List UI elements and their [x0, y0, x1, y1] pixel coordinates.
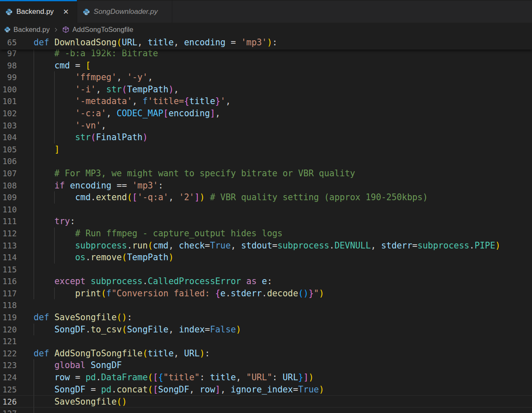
line-number: 103	[0, 120, 17, 132]
line-content: global SongDF	[34, 359, 122, 371]
code-line[interactable]: 109 cmd.extend(['-q:a', '2']) # VBR qual…	[0, 191, 532, 204]
tab-label: Backend.py	[16, 8, 54, 16]
breadcrumb-file-label: Backend.py	[13, 26, 50, 34]
indent-guide	[54, 71, 55, 84]
indent-guide	[34, 120, 34, 132]
indent-guide	[34, 180, 34, 192]
line-number: 112	[0, 227, 17, 240]
indent-guide	[34, 264, 34, 276]
code-line[interactable]: 112 # Run ffmpeg - capture_output hides …	[0, 227, 532, 240]
code-line[interactable]: 111 try:	[0, 215, 532, 227]
code-line[interactable]: 123 global SongDF	[0, 359, 532, 371]
line-number: 105	[0, 144, 17, 156]
code-line[interactable]: 122def AddSongToSongfile(title, URL):	[0, 348, 532, 360]
line-number: 107	[0, 167, 17, 180]
code-line[interactable]: 114 os.remove(TempPath)	[0, 251, 532, 264]
code-line[interactable]: 104 str(FinalPath)	[0, 131, 532, 144]
close-icon[interactable]: ✕	[61, 7, 71, 17]
indent-guide	[34, 84, 34, 96]
vscode-editor-window: Backend.py ✕ SongDownloader.py Backend.p…	[0, 0, 532, 413]
line-content: row = pd.DataFrame([{"title": title, "UR…	[34, 371, 314, 384]
tab-backend-py[interactable]: Backend.py ✕	[0, 0, 77, 23]
line-content: 'ffmpeg', '-y',	[34, 71, 153, 84]
line-number: 126	[0, 396, 17, 407]
line-content: '-c:a', CODEC_MAP[encoding],	[34, 107, 220, 120]
python-file-icon	[5, 8, 13, 16]
code-line[interactable]: 119def SaveSongfile():	[0, 311, 532, 324]
code-line[interactable]: 120 SongDF.to_csv(SongFile, index=False)	[0, 324, 532, 336]
code-line[interactable]: 102 '-c:a', CODEC_MAP[encoding],	[0, 107, 532, 120]
line-content: '-metadata', f'title={title}',	[34, 95, 231, 107]
line-content: if encoding == 'mp3':	[34, 180, 163, 192]
code-line[interactable]: 99 'ffmpeg', '-y',	[0, 71, 532, 84]
indent-guide	[54, 84, 55, 96]
code-editor[interactable]: 97 # -b:a 192k: Bitrate98 cmd = [99 'ffm…	[0, 37, 532, 413]
code-line[interactable]: 125 SongDF = pd.concat([SongDF, row], ig…	[0, 384, 532, 396]
code-line[interactable]: 103 '-vn',	[0, 120, 532, 132]
code-line[interactable]: 118	[0, 299, 532, 311]
indent-guide	[34, 240, 34, 252]
indent-guide	[34, 275, 34, 288]
line-content: cmd = [	[34, 60, 91, 72]
code-line[interactable]: 121	[0, 335, 532, 348]
code-line[interactable]: 116 except subprocess.CalledProcessError…	[0, 275, 532, 288]
code-line[interactable]: 108 if encoding == 'mp3':	[0, 180, 532, 192]
indent-guide	[34, 227, 34, 240]
line-number: 121	[0, 335, 17, 348]
indent-guide	[54, 120, 55, 132]
line-content: # Run ffmpeg - capture_output hides logs	[34, 227, 282, 240]
line-content: def DownloadSong(URL, title, encoding = …	[34, 37, 277, 49]
code-line[interactable]: 126 SaveSongfile()	[0, 395, 532, 408]
code-lines-container: 97 # -b:a 192k: Bitrate98 cmd = [99 'ffm…	[0, 47, 532, 413]
code-line[interactable]: 110	[0, 204, 532, 216]
code-line[interactable]: 105 ]	[0, 144, 532, 156]
code-line[interactable]: 100 '-i', str(TempPath),	[0, 84, 532, 96]
indent-guide	[54, 191, 55, 204]
code-line[interactable]: 113 subprocess.run(cmd, check=True, stdo…	[0, 240, 532, 252]
line-number: 101	[0, 95, 17, 107]
line-content: '-i', str(TempPath),	[34, 84, 179, 96]
code-line[interactable]: 106	[0, 155, 532, 167]
indent-guide	[34, 288, 34, 300]
indent-guide	[54, 251, 55, 264]
indent-guide	[34, 251, 34, 264]
python-file-icon	[4, 26, 11, 33]
indent-guide	[34, 60, 34, 72]
code-line[interactable]: 101 '-metadata', f'title={title}',	[0, 95, 532, 107]
code-line[interactable]: 127	[0, 408, 532, 413]
code-line[interactable]: 124 row = pd.DataFrame([{"title": title,…	[0, 371, 532, 384]
line-number: 125	[0, 384, 17, 396]
indent-guide	[34, 155, 34, 167]
breadcrumb-file[interactable]: Backend.py	[4, 26, 50, 34]
line-number: 119	[0, 311, 17, 324]
line-number: 115	[0, 264, 17, 276]
indent-guide	[34, 204, 34, 216]
editor-tab-bar: Backend.py ✕ SongDownloader.py	[0, 0, 532, 23]
tab-songdownloader-py[interactable]: SongDownloader.py	[77, 0, 172, 23]
code-line[interactable]: 98 cmd = [	[0, 60, 532, 72]
line-number: 117	[0, 288, 17, 300]
code-line[interactable]: 115	[0, 264, 532, 276]
code-line[interactable]: 107 # For MP3, we might want to specify …	[0, 167, 532, 180]
line-number: 98	[0, 60, 17, 72]
code-line[interactable]: 117 print(f"Conversion failed: {e.stderr…	[0, 288, 532, 300]
line-content: SaveSongfile()	[34, 396, 127, 407]
line-number: 109	[0, 191, 17, 204]
indent-guide	[54, 227, 55, 240]
code-line[interactable]: 65def DownloadSong(URL, title, encoding …	[0, 37, 532, 49]
line-number: 127	[0, 408, 17, 413]
indent-guide	[34, 144, 34, 156]
indent-guide	[54, 107, 55, 120]
indent-guide	[54, 131, 55, 144]
line-number: 122	[0, 348, 17, 360]
line-number: 120	[0, 324, 17, 336]
line-content: SongDF = pd.concat([SongDF, row], ignore…	[34, 384, 324, 396]
line-number: 111	[0, 215, 17, 227]
breadcrumb: Backend.py AddSongToSongfile	[0, 23, 532, 37]
line-number: 116	[0, 275, 17, 288]
sticky-scroll-line[interactable]: 65def DownloadSong(URL, title, encoding …	[0, 37, 532, 50]
line-number: 123	[0, 359, 17, 371]
line-content: ]	[34, 144, 60, 156]
breadcrumb-symbol[interactable]: AddSongToSongfile	[62, 26, 133, 34]
line-number: 124	[0, 371, 17, 384]
